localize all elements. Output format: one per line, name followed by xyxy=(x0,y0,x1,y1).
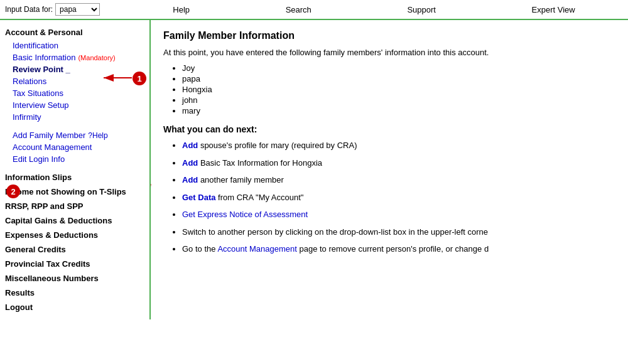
content-intro: At this point, you have entered the foll… xyxy=(163,48,615,57)
action-item-add-hongxia: Add Basic Tax Information for Hongxia xyxy=(182,157,615,169)
nav-links: Help Search Support Expert View xyxy=(125,5,623,14)
sidebar-section-general-credits[interactable]: General Credits xyxy=(0,242,149,257)
sidebar-section-miscellaneous[interactable]: Miscellaneous Numbers xyxy=(0,271,149,286)
add-spouse-link[interactable]: Add xyxy=(182,141,198,150)
sidebar-section-results[interactable]: Results xyxy=(0,286,149,300)
annotation-2-arrow-container xyxy=(151,151,162,203)
list-item: mary xyxy=(182,106,615,115)
action-item-add-spouse: Add spouse's profile for mary (required … xyxy=(182,139,615,152)
add-family-member-link[interactable]: Add Family Member xyxy=(13,131,85,140)
sidebar-item-interview-setup[interactable]: Interview Setup xyxy=(0,99,149,111)
sidebar-section-income-not-showing[interactable]: Income not Showing on T-Slips xyxy=(0,185,149,199)
add-family-help-link[interactable]: ?Help xyxy=(88,131,107,140)
sidebar-section-capital-gains[interactable]: Capital Gains & Deductions xyxy=(0,213,149,228)
action-item-switch-person: Switch to another person by clicking on … xyxy=(182,226,615,238)
nav-support[interactable]: Support xyxy=(407,5,436,14)
sidebar-section-account-personal[interactable]: Account & Personal xyxy=(0,25,149,40)
sidebar-item-relations[interactable]: Relations xyxy=(0,75,149,87)
person-select[interactable]: papa Joy Hongxia john mary xyxy=(55,3,100,16)
sidebar-item-tax-situations[interactable]: Tax Situations xyxy=(0,87,149,99)
sidebar: Account & Personal Identification Basic … xyxy=(0,20,151,319)
family-members-list: Joy papa Hongxia john mary xyxy=(182,63,615,115)
top-bar: Input Data for: papa Joy Hongxia john ma… xyxy=(0,0,628,20)
what-next-title: What you can do next: xyxy=(163,124,615,134)
sidebar-section-expenses[interactable]: Expenses & Deductions xyxy=(0,228,149,242)
get-data-link[interactable]: Get Data xyxy=(182,193,215,202)
annotation-2-arrow xyxy=(151,151,162,201)
sidebar-section-information-slips[interactable]: Information Slips xyxy=(0,170,149,185)
sidebar-item-identification[interactable]: Identification xyxy=(0,40,149,51)
nav-expert-view[interactable]: Expert View xyxy=(532,5,575,14)
sidebar-item-infirmity[interactable]: Infirmity xyxy=(0,111,149,123)
sidebar-item-review-point[interactable]: Review Point _ xyxy=(0,63,149,75)
add-hongxia-link[interactable]: Add xyxy=(182,158,198,168)
sidebar-item-edit-login-info[interactable]: Edit Login Info xyxy=(0,153,149,165)
content-title: Family Member Information xyxy=(163,30,615,41)
action-item-get-express: Get Express Notice of Assessment xyxy=(182,208,615,221)
add-member-link[interactable]: Add xyxy=(182,175,198,185)
main-layout: Account & Personal Identification Basic … xyxy=(0,20,628,364)
nav-help[interactable]: Help xyxy=(173,5,190,14)
sidebar-wrapper: Account & Personal Identification Basic … xyxy=(0,20,151,364)
add-family-member-row: Add Family Member ?Help xyxy=(0,128,149,141)
account-management-content-link[interactable]: Account Management xyxy=(217,244,296,254)
action-item-get-data: Get Data from CRA "My Account" xyxy=(182,191,615,204)
sidebar-item-account-management[interactable]: Account Management xyxy=(0,141,149,153)
sidebar-section-logout[interactable]: Logout xyxy=(0,300,149,314)
sidebar-item-basic-information[interactable]: Basic Information(Mandatory) xyxy=(0,51,149,63)
nav-search[interactable]: Search xyxy=(286,5,311,14)
list-item: Hongxia xyxy=(182,85,615,94)
list-item: john xyxy=(182,95,615,105)
content-area: Family Member Information At this point,… xyxy=(151,20,628,364)
action-list: Add spouse's profile for mary (required … xyxy=(182,139,615,255)
input-label: Input Data for: xyxy=(5,5,53,14)
sidebar-section-provincial-tax[interactable]: Provincial Tax Credits xyxy=(0,257,149,271)
sidebar-section-rrsp[interactable]: RRSP, RPP and SPP xyxy=(0,199,149,213)
action-item-account-management: Go to the Account Management page to rem… xyxy=(182,243,615,255)
get-express-link[interactable]: Get Express Notice of Assessment xyxy=(182,210,308,219)
action-item-add-member: Add another family member xyxy=(182,174,615,186)
list-item: Joy xyxy=(182,63,615,73)
list-item: papa xyxy=(182,74,615,83)
